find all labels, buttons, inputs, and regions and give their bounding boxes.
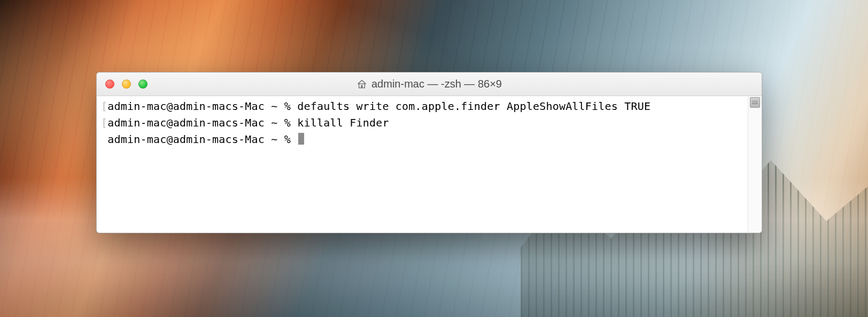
window-controls — [97, 80, 148, 89]
prompt-open-bracket: [ — [101, 100, 107, 113]
window-title-text: admin-mac — -zsh — 86×9 — [371, 78, 502, 90]
home-icon — [356, 79, 367, 90]
svg-rect-0 — [361, 85, 363, 88]
shell-prompt: admin-mac@admin-macs-Mac ~ % — [107, 116, 297, 129]
terminal-output[interactable]: [admin-mac@admin-macs-Mac ~ % defaults w… — [97, 96, 748, 233]
terminal-line: [admin-mac@admin-macs-Mac ~ % killall Fi… — [101, 115, 745, 131]
prompt-open-bracket: [ — [101, 116, 107, 129]
terminal-window: admin-mac — -zsh — 86×9 [admin-mac@admin… — [96, 72, 762, 233]
zoom-button[interactable] — [138, 80, 148, 89]
shell-command: killall Finder — [297, 116, 389, 129]
text-cursor — [298, 133, 304, 145]
shell-prompt: admin-mac@admin-macs-Mac ~ % — [107, 100, 297, 113]
scrollbar-thumb[interactable] — [750, 97, 760, 108]
titlebar[interactable]: admin-mac — -zsh — 86×9 — [97, 73, 762, 96]
terminal-line: admin-mac@admin-macs-Mac ~ % — [101, 131, 745, 148]
shell-command: defaults write com.apple.finder AppleSho… — [297, 100, 650, 113]
shell-prompt: admin-mac@admin-macs-Mac ~ % — [107, 133, 297, 146]
minimize-button[interactable] — [122, 80, 131, 89]
terminal-line: [admin-mac@admin-macs-Mac ~ % defaults w… — [101, 98, 745, 115]
terminal-body: [admin-mac@admin-macs-Mac ~ % defaults w… — [97, 96, 762, 233]
scrollbar[interactable] — [748, 96, 762, 233]
close-button[interactable] — [105, 80, 114, 89]
window-title: admin-mac — -zsh — 86×9 — [97, 78, 762, 90]
